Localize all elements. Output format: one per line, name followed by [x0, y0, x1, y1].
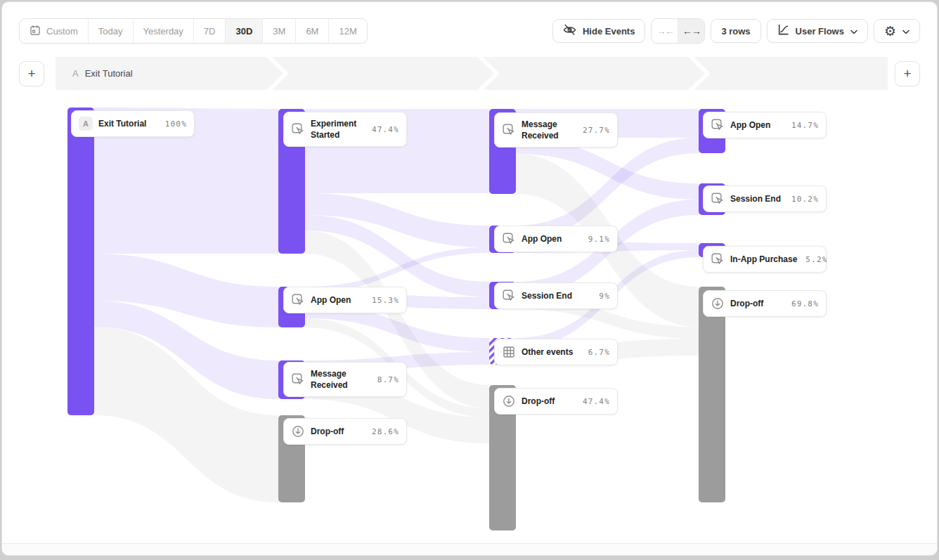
sankey-chart — [2, 2, 938, 556]
node-label: Drop-off — [730, 298, 763, 309]
node-percentage: 9% — [596, 292, 610, 301]
event-icon — [291, 293, 305, 307]
node-label: Drop-off — [522, 396, 555, 407]
drop-off-step4-bar[interactable] — [699, 287, 725, 502]
in-app-purchase-card[interactable]: In-App Purchase5.2% — [703, 246, 827, 273]
event-icon — [711, 118, 725, 132]
grid-icon — [502, 345, 516, 359]
app-open-card[interactable]: App Open9.1% — [494, 226, 618, 252]
node-percentage: 8.7% — [375, 375, 399, 384]
node-label: In-App Purchase — [730, 254, 797, 265]
drop-off-icon — [711, 297, 725, 311]
node-label: App Open — [730, 119, 770, 131]
node-percentage: 27.7% — [580, 126, 610, 135]
node-percentage: 15.3% — [369, 296, 399, 305]
event-icon — [502, 232, 516, 246]
node-percentage: 47.4% — [580, 397, 610, 406]
node-percentage: 5.2% — [803, 255, 827, 264]
drop-off-card[interactable]: Drop-off47.4% — [494, 388, 618, 415]
node-percentage: 14.7% — [789, 121, 819, 130]
event-icon — [291, 372, 305, 386]
exit-tutorial-card[interactable]: AExit Tutorial100% — [71, 110, 195, 137]
node-label: Drop-off — [311, 426, 344, 437]
app-open-card[interactable]: App Open14.7% — [703, 112, 827, 138]
event-icon — [291, 122, 305, 136]
node-percentage: 100% — [162, 119, 187, 129]
event-icon — [502, 289, 516, 303]
node-label: App Open — [311, 294, 351, 306]
event-icon — [711, 192, 725, 206]
node-label: Experiment Started — [311, 118, 363, 141]
exit-tutorial-bar[interactable] — [67, 108, 94, 415]
app-open-card[interactable]: App Open15.3% — [283, 287, 407, 313]
node-label: Message Received — [522, 119, 574, 141]
node-percentage: 6.7% — [585, 348, 610, 357]
drop-off-card[interactable]: Drop-off28.6% — [283, 418, 407, 445]
series-letter-badge: A — [79, 117, 93, 131]
sankey-stage: AExit Tutorial100%Experiment Started47.4… — [2, 2, 937, 555]
event-icon — [502, 123, 516, 137]
node-label: Message Received — [311, 368, 365, 391]
node-label: Session End — [522, 290, 572, 301]
user-flows-panel: CustomTodayYesterday7D30D3M6M12M Hide Ev… — [1, 1, 938, 556]
node-percentage: 28.6% — [369, 427, 399, 436]
event-icon — [711, 252, 725, 266]
drop-off-card[interactable]: Drop-off69.8% — [703, 290, 827, 317]
drop-off-icon — [502, 394, 516, 408]
other-events-card[interactable]: Other events6.7% — [494, 339, 618, 365]
message-received-card[interactable]: Message Received8.7% — [283, 362, 407, 397]
drop-off-icon — [291, 424, 305, 438]
node-label: Session End — [730, 193, 781, 204]
node-percentage: 47.4% — [369, 125, 399, 134]
session-end-card[interactable]: Session End9% — [494, 282, 618, 309]
footer-strip — [2, 543, 937, 555]
node-percentage: 69.8% — [789, 299, 819, 308]
node-label: Exit Tutorial — [98, 118, 146, 129]
node-label: Other events — [522, 346, 573, 358]
experiment-started-card[interactable]: Experiment Started47.4% — [283, 112, 407, 147]
node-label: App Open — [522, 233, 562, 245]
session-end-card[interactable]: Session End10.2% — [703, 185, 827, 212]
node-percentage: 9.1% — [585, 235, 610, 244]
node-percentage: 10.2% — [789, 195, 819, 204]
message-received-card[interactable]: Message Received27.7% — [494, 112, 618, 148]
